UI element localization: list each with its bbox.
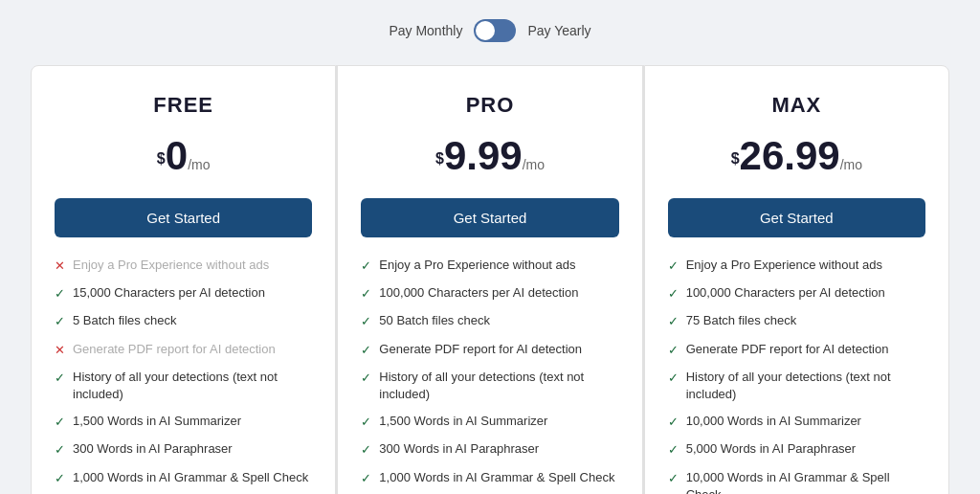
- check-icon: ✓: [668, 342, 679, 359]
- list-item: ✓Enjoy a Pro Experience without ads: [668, 257, 925, 275]
- check-icon: ✓: [361, 342, 371, 359]
- billing-toggle-switch[interactable]: [474, 19, 516, 42]
- plan-name-pro: PRO: [361, 93, 618, 118]
- check-icon: ✓: [668, 285, 679, 303]
- features-list-pro: ✓Enjoy a Pro Experience without ads✓100,…: [361, 257, 618, 494]
- feature-text: 5 Batch files check: [73, 312, 176, 329]
- list-item: ✓Generate PDF report for AI detection: [668, 341, 925, 359]
- amount-free: 0: [166, 133, 188, 178]
- check-icon: ✓: [668, 370, 679, 387]
- feature-text: 1,500 Words in AI Summarizer: [379, 413, 547, 430]
- feature-text: 50 Batch files check: [379, 312, 490, 329]
- plan-price-pro: $9.99/mo: [361, 133, 618, 179]
- monthly-label: Pay Monthly: [389, 23, 462, 38]
- plan-price-max: $26.99/mo: [668, 133, 925, 179]
- feature-text: Enjoy a Pro Experience without ads: [379, 257, 575, 274]
- currency-free: $: [157, 150, 166, 167]
- check-icon: ✓: [668, 441, 679, 459]
- billing-toggle-container: Pay Monthly Pay Yearly: [389, 19, 590, 42]
- feature-text: Enjoy a Pro Experience without ads: [686, 257, 882, 274]
- feature-text: 15,000 Characters per AI detection: [73, 284, 265, 302]
- list-item: ✓1,000 Words in AI Grammar & Spell Check: [361, 469, 618, 487]
- feature-text: 300 Words in AI Paraphraser: [379, 440, 539, 458]
- list-item: ✓5,000 Words in AI Paraphraser: [668, 440, 925, 459]
- plan-price-free: $0/mo: [55, 133, 312, 179]
- get-started-max[interactable]: Get Started: [668, 198, 925, 237]
- feature-text: History of all your detections (text not…: [73, 369, 312, 403]
- feature-text: History of all your detections (text not…: [686, 369, 925, 403]
- amount-max: 26.99: [740, 133, 840, 178]
- check-icon: ✓: [361, 285, 371, 303]
- feature-text: History of all your detections (text not…: [379, 369, 618, 403]
- list-item: ✓History of all your detections (text no…: [361, 369, 618, 403]
- list-item: ✓100,000 Characters per AI detection: [361, 284, 618, 303]
- feature-text: 5,000 Words in AI Paraphraser: [686, 440, 857, 458]
- yearly-label: Pay Yearly: [527, 23, 590, 38]
- features-list-max: ✓Enjoy a Pro Experience without ads✓100,…: [668, 257, 925, 494]
- currency-max: $: [731, 150, 740, 167]
- list-item: ✓History of all your detections (text no…: [55, 369, 312, 403]
- list-item: ✓1,000 Words in AI Grammar & Spell Check: [55, 469, 312, 487]
- check-icon: ✓: [361, 313, 371, 330]
- feature-text: 10,000 Words in AI Summarizer: [686, 413, 861, 430]
- plans-container: FREE$0/moGet Started✕Enjoy a Pro Experie…: [31, 65, 949, 494]
- list-item: ✓10,000 Words in AI Grammar & Spell Chec…: [668, 469, 925, 495]
- list-item: ✓1,500 Words in AI Summarizer: [361, 413, 618, 431]
- check-icon: ✓: [668, 313, 679, 330]
- check-icon: ✓: [361, 370, 371, 387]
- check-icon: ✓: [361, 470, 371, 487]
- feature-text: Generate PDF report for AI detection: [379, 341, 582, 358]
- feature-text: 300 Words in AI Paraphraser: [73, 440, 233, 458]
- currency-pro: $: [435, 150, 444, 167]
- check-icon: ✓: [55, 313, 65, 330]
- amount-pro: 9.99: [444, 133, 523, 178]
- list-item: ✓History of all your detections (text no…: [668, 369, 925, 403]
- feature-text: Enjoy a Pro Experience without ads: [73, 257, 269, 274]
- feature-text: Generate PDF report for AI detection: [73, 341, 276, 358]
- list-item: ✓5 Batch files check: [55, 312, 312, 330]
- list-item: ✓Enjoy a Pro Experience without ads: [361, 257, 618, 275]
- check-icon: ✓: [668, 414, 679, 431]
- get-started-pro[interactable]: Get Started: [361, 198, 618, 237]
- check-icon: ✓: [361, 441, 371, 459]
- feature-text: 1,500 Words in AI Summarizer: [73, 413, 241, 430]
- cross-icon: ✕: [55, 258, 65, 275]
- feature-text: Generate PDF report for AI detection: [686, 341, 889, 358]
- check-icon: ✓: [55, 414, 65, 431]
- features-list-free: ✕Enjoy a Pro Experience without ads✓15,0…: [55, 257, 312, 494]
- list-item: ✓Generate PDF report for AI detection: [361, 341, 618, 359]
- list-item: ✓15,000 Characters per AI detection: [55, 284, 312, 303]
- plan-name-max: MAX: [668, 93, 925, 118]
- check-icon: ✓: [55, 370, 65, 387]
- period-max: /mo: [840, 157, 862, 172]
- feature-text: 1,000 Words in AI Grammar & Spell Check: [73, 469, 308, 486]
- plan-name-free: FREE: [55, 93, 312, 118]
- period-pro: /mo: [523, 157, 545, 172]
- list-item: ✓75 Batch files check: [668, 312, 925, 330]
- list-item: ✓10,000 Words in AI Summarizer: [668, 413, 925, 431]
- plan-card-free: FREE$0/moGet Started✕Enjoy a Pro Experie…: [31, 65, 336, 494]
- check-icon: ✓: [55, 285, 65, 303]
- check-icon: ✓: [361, 414, 371, 431]
- check-icon: ✓: [668, 470, 679, 487]
- plan-card-pro: PRO$9.99/moGet Started✓Enjoy a Pro Exper…: [337, 65, 642, 494]
- list-item: ✓50 Batch files check: [361, 312, 618, 330]
- list-item: ✕Generate PDF report for AI detection: [55, 341, 312, 359]
- feature-text: 100,000 Characters per AI detection: [379, 284, 578, 302]
- check-icon: ✓: [668, 258, 679, 275]
- cross-icon: ✕: [55, 342, 65, 359]
- feature-text: 75 Batch files check: [686, 312, 797, 329]
- toggle-knob: [476, 21, 495, 40]
- list-item: ✓300 Words in AI Paraphraser: [55, 440, 312, 459]
- plan-card-max: MAX$26.99/moGet Started✓Enjoy a Pro Expe…: [644, 65, 949, 494]
- list-item: ✓1,500 Words in AI Summarizer: [55, 413, 312, 431]
- feature-text: 10,000 Words in AI Grammar & Spell Check: [686, 469, 925, 495]
- list-item: ✕Enjoy a Pro Experience without ads: [55, 257, 312, 275]
- feature-text: 100,000 Characters per AI detection: [686, 284, 885, 302]
- check-icon: ✓: [55, 470, 65, 487]
- check-icon: ✓: [55, 441, 65, 459]
- feature-text: 1,000 Words in AI Grammar & Spell Check: [379, 469, 614, 486]
- get-started-free[interactable]: Get Started: [55, 198, 312, 237]
- period-free: /mo: [188, 157, 210, 172]
- check-icon: ✓: [361, 258, 371, 275]
